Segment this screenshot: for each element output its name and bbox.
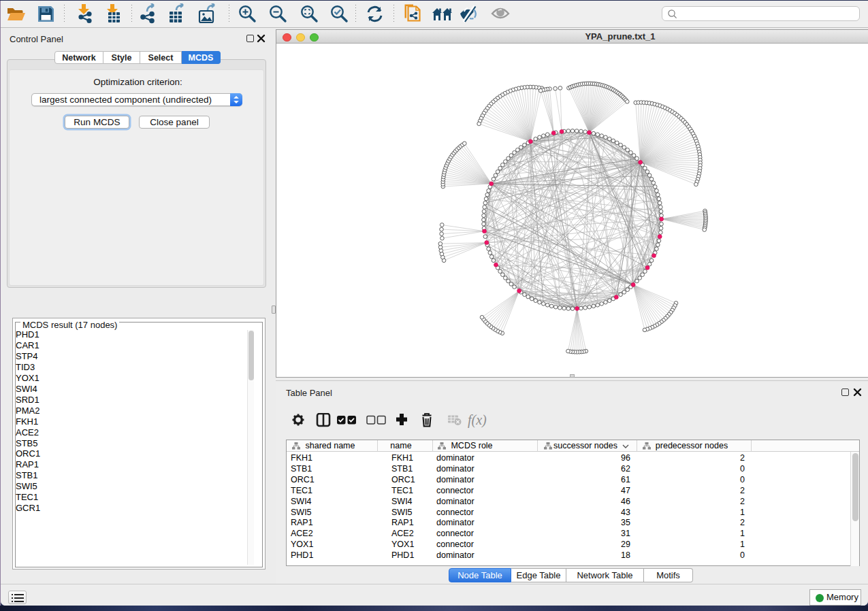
svg-text:f(x): f(x)	[468, 413, 487, 428]
